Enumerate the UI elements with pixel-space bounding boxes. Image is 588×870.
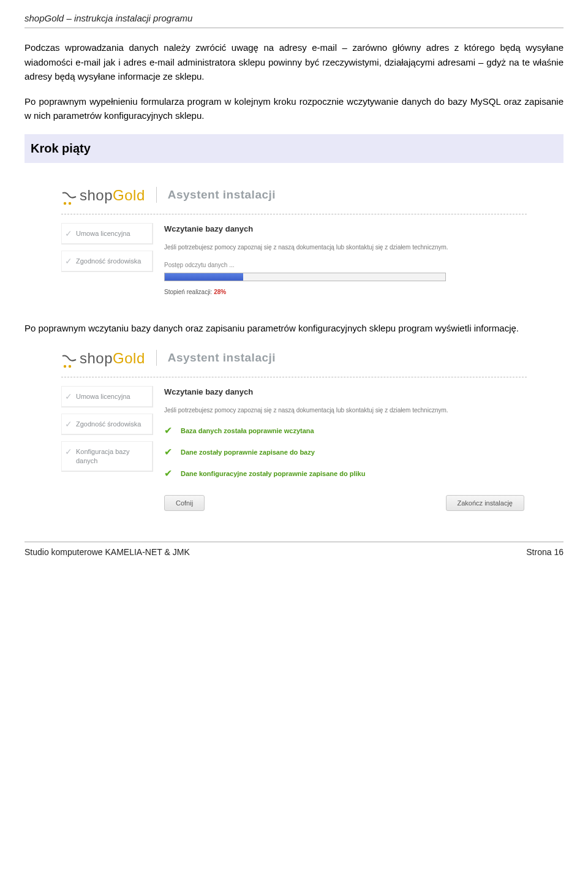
installer-content: Wczytanie bazy danych Jeśli potrzebujesz… [164, 386, 527, 511]
logo-text-shop: shop [80, 347, 113, 369]
installer-body: ✓ Umowa licencyjna ✓ Zgodność środowiska… [61, 223, 527, 297]
content-heading: Wczytanie bazy danych [164, 386, 527, 398]
logo-divider [156, 350, 157, 366]
installer-subtitle: Asystent instalacji [168, 349, 276, 366]
paragraph-2: Po poprawnym wypełnieniu formularza prog… [24, 94, 564, 123]
installer-nav: ✓ Umowa licencyjna ✓ Zgodność środowiska [61, 223, 153, 297]
nav-item-license[interactable]: ✓ Umowa licencyjna [61, 223, 153, 244]
installer-body: ✓ Umowa licencyjna ✓ Zgodność środowiska… [61, 386, 527, 511]
footer-left: Studio komputerowe KAMELIA-NET & JMK [24, 546, 190, 559]
check-icon: ✔ [164, 423, 172, 439]
progress-percent-line: Stopień realizacji: 28% [164, 287, 527, 297]
logo-text-gold: Gold [113, 347, 145, 369]
svg-point-3 [69, 365, 71, 368]
content-sub: Jeśli potrzebujesz pomocy zapoznaj się z… [164, 406, 527, 415]
cart-icon [61, 352, 77, 364]
paragraph-1: Podczas wprowadzania danych należy zwróc… [24, 40, 564, 83]
section-heading: Krok piąty [24, 134, 564, 163]
status-text: Baza danych została poprawnie wczytana [181, 426, 314, 436]
button-row: Cofnij Zakończ instalację [164, 495, 527, 511]
check-icon: ✔ [164, 466, 172, 482]
logo-text-gold: Gold [113, 184, 145, 206]
doc-header-rest: – instrukcja instalacji programu [64, 13, 192, 23]
progress-percent-label: Stopień realizacji: [164, 289, 214, 295]
installer-content: Wczytanie bazy danych Jeśli potrzebujesz… [164, 223, 527, 297]
doc-header-app: shopGold [24, 13, 64, 23]
content-sub: Jeśli potrzebujesz pomocy zapoznaj się z… [164, 243, 527, 252]
progress-percent-value: 28% [214, 289, 226, 295]
doc-header: shopGold – instrukcja instalacji program… [24, 11, 564, 28]
status-text: Dane konfiguracyjne zostały poprawnie za… [181, 469, 365, 479]
status-row-config-saved: ✔ Dane konfiguracyjne zostały poprawnie … [164, 466, 527, 482]
progress-bar-fill [165, 273, 243, 281]
installer-divider [61, 214, 527, 214]
nav-item-label: Zgodność środowiska [76, 257, 141, 265]
back-button[interactable]: Cofnij [164, 495, 205, 511]
progress-bar [164, 273, 446, 281]
footer-right: Strona 16 [526, 546, 564, 559]
nav-item-license[interactable]: ✓ Umowa licencyjna [61, 386, 153, 407]
logo-divider [156, 187, 157, 203]
check-icon: ✔ [164, 445, 172, 460]
content-heading: Wczytanie bazy danych [164, 223, 527, 235]
check-icon: ✓ [65, 229, 72, 238]
status-text: Dane zostały poprawnie zapisane do bazy [181, 447, 315, 458]
installer-subtitle: Asystent instalacji [168, 186, 276, 203]
check-icon: ✓ [65, 447, 72, 456]
nav-item-label: Konfiguracja bazy danych [76, 447, 148, 465]
status-row-db-loaded: ✔ Baza danych została poprawnie wczytana [164, 423, 527, 439]
cart-icon [61, 189, 77, 201]
installer-logo-row: shopGold Asystent instalacji [61, 184, 527, 210]
nav-item-env[interactable]: ✓ Zgodność środowiska [61, 414, 153, 435]
finish-button[interactable]: Zakończ instalację [446, 495, 525, 511]
svg-point-1 [69, 202, 71, 205]
status-row-db-saved: ✔ Dane zostały poprawnie zapisane do baz… [164, 445, 527, 460]
installer-progress-screenshot: shopGold Asystent instalacji ✓ Umowa lic… [61, 184, 527, 297]
nav-item-label: Umowa licencyjna [76, 392, 130, 401]
installer-complete-screenshot: shopGold Asystent instalacji ✓ Umowa lic… [61, 347, 527, 511]
nav-item-label: Zgodność środowiska [76, 420, 141, 428]
installer-divider [61, 377, 527, 377]
progress-label: Postęp odczytu danych ... [164, 260, 527, 270]
check-icon: ✓ [65, 420, 72, 428]
logo-text-shop: shop [80, 184, 113, 206]
doc-footer: Studio komputerowe KAMELIA-NET & JMK Str… [24, 542, 564, 559]
nav-item-dbconfig[interactable]: ✓ Konfiguracja bazy danych [61, 441, 153, 472]
installer-logo: shopGold [61, 347, 145, 369]
installer-logo-row: shopGold Asystent instalacji [61, 347, 527, 373]
check-icon: ✓ [65, 257, 72, 265]
installer-logo: shopGold [61, 184, 145, 206]
nav-item-label: Umowa licencyjna [76, 229, 130, 238]
installer-nav: ✓ Umowa licencyjna ✓ Zgodność środowiska… [61, 386, 153, 511]
nav-item-env[interactable]: ✓ Zgodność środowiska [61, 251, 153, 272]
svg-point-0 [64, 202, 66, 205]
check-icon: ✓ [65, 392, 72, 401]
svg-point-2 [64, 365, 66, 368]
paragraph-3: Po poprawnym wczytaniu bazy danych oraz … [24, 321, 564, 335]
